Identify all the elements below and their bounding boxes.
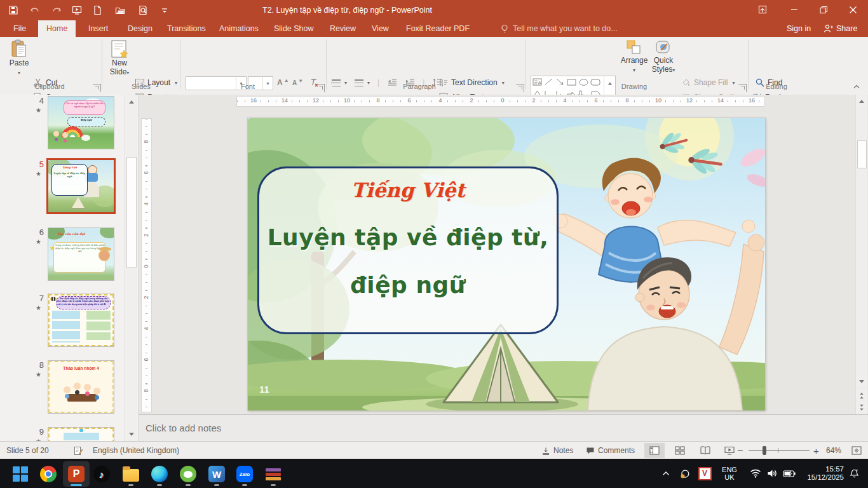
tab-foxit-reader-pdf[interactable]: Foxit Reader PDF: [398, 20, 478, 37]
zoom-in-button[interactable]: +: [813, 442, 819, 459]
taskbar-word-icon[interactable]: W: [203, 461, 230, 487]
tab-animations[interactable]: Animations: [211, 20, 267, 37]
slide-title-box[interactable]: Tiếng Việt Luyện tập về điệp từ, điệp ng…: [257, 166, 559, 334]
print-preview-icon[interactable]: [135, 3, 151, 18]
tray-hidden-icons-chevron[interactable]: [658, 459, 674, 488]
collapse-ribbon-button[interactable]: [853, 84, 860, 90]
arrange-dropdown[interactable]: [633, 65, 635, 74]
restore-button[interactable]: [810, 0, 837, 19]
notes-pane[interactable]: Click to add notes: [139, 414, 868, 442]
tab-design[interactable]: Design: [119, 20, 161, 37]
zoom-percentage[interactable]: 64%: [826, 442, 841, 459]
paragraph-dialog-launcher[interactable]: [516, 84, 524, 92]
vertical-scrollbar[interactable]: [855, 95, 867, 414]
zoom-slider-track[interactable]: [749, 450, 810, 451]
bullets-button[interactable]: [332, 79, 347, 86]
taskbar-start-button[interactable]: [7, 461, 34, 487]
font-name-input[interactable]: [187, 78, 232, 89]
tray-vietkey-icon[interactable]: V: [696, 459, 713, 488]
thumbnail-slide-6[interactable]: Yêu cầu cần đạt Củng cố được những hiểu …: [48, 227, 114, 281]
zoom-slider-thumb[interactable]: [763, 446, 766, 455]
paste-button[interactable]: Paste: [6, 39, 32, 76]
notes-toggle-button[interactable]: Notes: [541, 442, 573, 459]
tab-view[interactable]: View: [363, 20, 397, 37]
comments-toggle-button[interactable]: Comments: [586, 442, 635, 459]
grow-font-button[interactable]: A▲: [277, 76, 289, 90]
slide-canvas[interactable]: 11 Tiếng Việt Luyện tập về điệp từ, điệp…: [248, 118, 765, 410]
customize-quick-access-icon[interactable]: [156, 3, 173, 18]
font-name-combo[interactable]: ▼: [186, 76, 247, 90]
thumbnail-slide-8[interactable]: Thảo luận nhóm 4: [48, 360, 114, 414]
shape-fill-button[interactable]: Shape Fill: [681, 76, 735, 90]
normal-view-button[interactable]: [644, 443, 665, 458]
scroll-down-button[interactable]: [856, 376, 867, 386]
taskbar-zalo-icon[interactable]: Zalo: [231, 461, 258, 487]
proofing-icon[interactable]: [74, 442, 83, 459]
paste-dropdown[interactable]: [18, 67, 20, 76]
vertical-ruler[interactable]: 864202468: [141, 118, 152, 412]
taskbar-powerpoint-icon[interactable]: P: [63, 461, 90, 487]
taskbar-file-explorer-icon[interactable]: [118, 461, 144, 487]
language-status[interactable]: English (United Kingdom): [93, 442, 179, 459]
decrease-indent-icon[interactable]: [387, 78, 397, 88]
arrange-button[interactable]: Arrange: [620, 39, 649, 74]
new-slide-button[interactable]: New Slide: [105, 39, 133, 76]
gallery-up-icon[interactable]: [607, 82, 611, 85]
fit-slide-to-window-button[interactable]: [846, 443, 867, 458]
zoom-out-button[interactable]: −: [737, 442, 743, 459]
tab-transitions[interactable]: Transitions: [159, 20, 214, 37]
thumbnail-slide-9[interactable]: [48, 427, 114, 441]
thumbnail-slide-5[interactable]: Tiếng Việt Luyện tập về điệp từ, điệp ng…: [46, 158, 116, 214]
taskbar-edge-icon[interactable]: [146, 461, 173, 487]
tray-clock[interactable]: 15:57 15/12/2025: [799, 459, 844, 488]
tab-file[interactable]: File: [5, 20, 34, 37]
tray-battery-icon[interactable]: [780, 459, 798, 488]
tab-slide-show[interactable]: Slide Show: [266, 20, 322, 37]
new-file-icon[interactable]: [89, 3, 105, 18]
tray-wifi-icon[interactable]: [747, 459, 764, 488]
quick-styles-button[interactable]: Quick Styles: [649, 39, 677, 74]
scrollbar-thumb[interactable]: [857, 140, 867, 168]
tray-volume-icon[interactable]: [764, 459, 780, 488]
thumbnails-scroll-down[interactable]: [126, 429, 137, 439]
tray-language-indicator[interactable]: ENG UK: [717, 459, 742, 488]
ribbon-display-options-icon[interactable]: [749, 0, 776, 19]
font-dialog-launcher[interactable]: [316, 84, 325, 92]
horizontal-ruler[interactable]: 1614121086420246810121416: [236, 96, 765, 107]
tab-insert[interactable]: Insert: [80, 20, 116, 37]
tab-review[interactable]: Review: [322, 20, 364, 37]
reading-view-button[interactable]: [695, 443, 715, 458]
close-button[interactable]: [839, 0, 867, 19]
thumbnails-scrollbar-thumb[interactable]: [126, 157, 137, 268]
open-icon[interactable]: [112, 3, 128, 18]
tray-update-icon[interactable]: [676, 459, 694, 488]
start-from-beginning-icon[interactable]: [69, 3, 85, 18]
tell-me-box[interactable]: Tell me what you want to do...: [501, 20, 618, 37]
sign-in-button[interactable]: Sign in: [787, 20, 811, 37]
tab-home[interactable]: Home: [38, 20, 76, 37]
share-button[interactable]: Share: [824, 20, 857, 37]
taskbar-winrar-icon[interactable]: [260, 461, 287, 487]
taskbar-coccoc-icon[interactable]: [175, 461, 201, 487]
scroll-up-button[interactable]: [856, 96, 867, 106]
taskbar-tiktok-icon[interactable]: ♪: [88, 461, 115, 487]
tray-notifications-bell-icon[interactable]: z: [845, 459, 863, 488]
next-slide-button[interactable]: [856, 402, 867, 412]
minimize-button[interactable]: [780, 0, 808, 19]
clipboard-dialog-launcher[interactable]: [93, 84, 101, 92]
numbering-button[interactable]: [355, 79, 370, 86]
text-direction-button[interactable]: Text Direction: [438, 76, 505, 90]
shrink-font-button[interactable]: A▼: [292, 76, 303, 90]
drawing-dialog-launcher[interactable]: [738, 84, 747, 92]
taskbar-chrome-icon[interactable]: [35, 461, 62, 487]
previous-slide-button[interactable]: [856, 390, 867, 400]
thumbnail-slide-4[interactable]: Các từ ngữ được lặp lại nhiều lần người …: [48, 96, 114, 149]
undo-icon[interactable]: [27, 3, 43, 18]
thumbnail-slide-7[interactable]: 1. Xác định điệp từ, điệp ngữ trong nhữn…: [48, 294, 114, 347]
thumbnails-scroll-up[interactable]: [126, 97, 137, 107]
slide-counter[interactable]: Slide 5 of 20: [6, 442, 49, 459]
save-icon[interactable]: [5, 3, 22, 18]
slide-sorter-view-button[interactable]: [670, 443, 690, 458]
thumbnails-scrollbar[interactable]: [125, 95, 137, 441]
redo-icon[interactable]: [48, 3, 65, 18]
